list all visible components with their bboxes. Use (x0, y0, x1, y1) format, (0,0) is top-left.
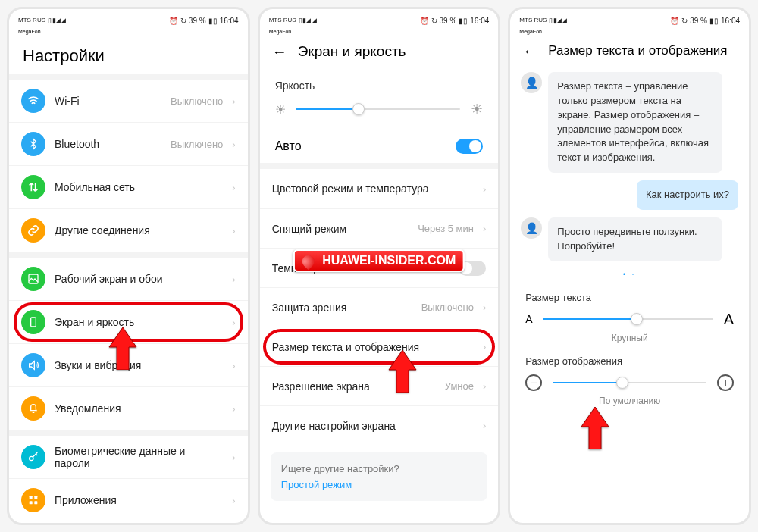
row-dark-mode[interactable]: Темный режим (260, 248, 499, 287)
chevron-right-icon: › (232, 317, 235, 328)
hint-card: Ищете другие настройки? Простой режим (271, 452, 488, 501)
toggle-switch[interactable] (456, 139, 483, 154)
row-resolution[interactable]: Разрешение экрана Умное › (260, 366, 499, 405)
row-label: Защита зрения (272, 302, 412, 314)
sub-carrier: MegaFon (269, 29, 292, 34)
back-button[interactable]: ← (272, 44, 287, 59)
row-value: Выключено (171, 95, 223, 107)
chevron-right-icon: › (232, 95, 235, 107)
svg-rect-6 (34, 501, 37, 504)
brightness-label: Яркость (260, 69, 499, 98)
display-size-heading: Размер отображения (510, 351, 749, 373)
page-title: Размер текста и отображения (548, 43, 727, 58)
sun-small-icon: ☀ (275, 102, 286, 117)
plus-icon[interactable]: + (717, 374, 734, 391)
auto-brightness-row[interactable]: Авто (260, 130, 499, 163)
apps-icon (21, 488, 45, 512)
row-label: Bluetooth (55, 138, 161, 150)
chat-bubble: Размер текста – управление только размер… (548, 72, 722, 173)
bluetooth-icon (21, 132, 45, 156)
page-title: Экран и яркость (298, 43, 406, 60)
hint-link[interactable]: Простой режим (281, 479, 478, 490)
avatar-icon: 👤 (521, 72, 542, 93)
display-size-slider[interactable]: − + (510, 373, 749, 393)
row-label: Цветовой режим и температура (272, 183, 474, 195)
chevron-right-icon: › (232, 452, 235, 463)
back-button[interactable]: ← (522, 43, 537, 58)
header: ← Размер текста и отображения (510, 36, 749, 67)
clock-text: 16:04 (470, 17, 489, 25)
chevron-right-icon: › (483, 420, 486, 431)
row-value: Через 5 мин (418, 223, 474, 234)
row-value: Выключено (171, 139, 223, 150)
display-size-value: По умолчанию (510, 393, 749, 414)
page-title: Настройки (23, 46, 105, 66)
chevron-right-icon: › (232, 403, 235, 415)
row-mobile[interactable]: Мобильная сеть › (9, 165, 248, 208)
row-sound[interactable]: Звуки и вибрация › (9, 343, 248, 386)
statusbar: MTS RUS ▯ ▮◢ ◢ ⏰ ↻ 39 % ▮▯ 16:04 (510, 9, 749, 29)
battery-pct: 39 % (440, 17, 457, 25)
chevron-right-icon: › (483, 183, 486, 195)
key-icon (21, 445, 45, 469)
battery-pct: 39 % (690, 17, 707, 25)
row-notifications[interactable]: Уведомления › (9, 386, 248, 430)
row-connections[interactable]: Другие соединения › (9, 208, 248, 252)
row-label: Размер текста и отображения (272, 341, 474, 353)
chat-bubble: Как настроить их? (637, 180, 738, 210)
row-label: Уведомления (55, 402, 223, 415)
a-large-icon: A (724, 311, 734, 328)
chevron-right-icon: › (232, 360, 235, 371)
sync-icon: ↻ (681, 17, 688, 25)
carrier-label: MTS RUS (519, 17, 547, 23)
row-label: Мобильная сеть (55, 181, 223, 193)
row-wifi[interactable]: Wi-Fi Выключено › (9, 80, 248, 122)
row-display[interactable]: Экран и яркость › (9, 300, 248, 343)
text-size-value: Крупный (510, 330, 749, 351)
row-label: Спящий режим (272, 223, 409, 235)
svg-point-2 (30, 456, 33, 460)
row-wallpaper[interactable]: Рабочий экран и обои › (9, 258, 248, 300)
chevron-right-icon: › (232, 225, 235, 236)
battery-pct: 39 % (189, 17, 206, 25)
carrier-label: MTS RUS (18, 17, 45, 23)
minus-icon[interactable]: − (525, 374, 542, 391)
phone-text-size: MTS RUS ▯ ▮◢ ◢ ⏰ ↻ 39 % ▮▯ 16:04 MegaFon… (508, 7, 751, 525)
row-apps[interactable]: Приложения › (9, 478, 248, 521)
text-size-heading: Размер текста (510, 287, 749, 309)
row-color-mode[interactable]: Цветовой режим и температура › (260, 169, 499, 208)
row-value: Умное (445, 380, 474, 392)
brightness-slider[interactable]: ☀ ☀ (260, 98, 499, 130)
row-label: Wi-Fi (55, 95, 161, 107)
row-biometrics[interactable]: Биометрические данные и пароли › (9, 436, 248, 478)
chevron-right-icon: › (483, 341, 486, 352)
chevron-right-icon: › (232, 495, 235, 506)
row-label: Экран и яркость (55, 316, 223, 328)
auto-label: Авто (275, 139, 302, 153)
svg-rect-5 (30, 501, 33, 504)
signal-icon: ▯ ▮◢ ◢ (549, 17, 566, 24)
row-other-display[interactable]: Другие настройки экрана › (260, 405, 499, 445)
chevron-right-icon: › (483, 223, 486, 234)
row-text-size[interactable]: Размер текста и отображения › (260, 327, 499, 366)
text-size-slider[interactable]: A A (510, 309, 749, 330)
chat-bubble: Просто передвиньте ползунки. Попробуйте! (548, 217, 722, 261)
battery-icon: ▮▯ (709, 17, 719, 25)
row-bluetooth[interactable]: Bluetooth Выключено › (9, 122, 248, 165)
carrier-label: MTS RUS (269, 17, 296, 23)
mobile-data-icon (21, 175, 45, 199)
header: ← Экран и яркость (260, 36, 499, 69)
row-label: Темный режим (272, 262, 450, 274)
sync-icon: ↻ (180, 17, 186, 25)
battery-icon: ▮▯ (459, 17, 468, 25)
row-label: Другие настройки экрана (272, 420, 474, 432)
row-label: Биометрические данные и пароли (55, 445, 223, 469)
clock-text: 16:04 (220, 17, 239, 25)
chat-preview: 👤 Размер текста – управление только разм… (510, 67, 749, 287)
phone-display: MTS RUS ▯ ▮◢ ◢ ⏰ ↻ 39 % ▮▯ 16:04 MegaFon… (258, 7, 501, 525)
toggle-switch[interactable] (459, 261, 486, 276)
row-sleep[interactable]: Спящий режим Через 5 мин › (260, 208, 499, 248)
header: Настройки (9, 36, 248, 74)
row-label: Приложения (55, 494, 223, 506)
row-eye-comfort[interactable]: Защита зрения Выключено › (260, 287, 499, 327)
